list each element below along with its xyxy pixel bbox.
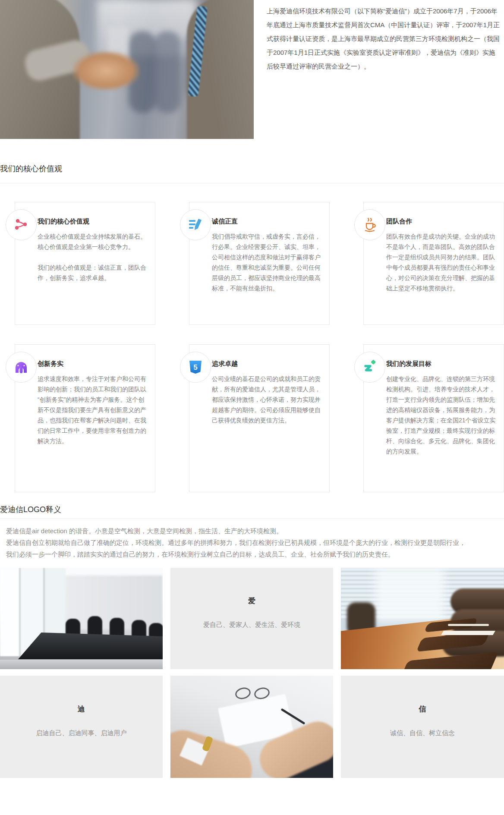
pen-list-icon: [180, 209, 211, 240]
elephant-icon: [6, 352, 37, 383]
card-integrity: 诚信正直 我们倡导戒欺守信，戒虚务实，言必信，行必果。企业经营要公开、诚实、坦率…: [189, 202, 330, 325]
logo-grid: 爱 爱自己、爱家人、爱生活、爱环境 迪 启迪自己、启迪同事、启迪用户 信 诚信、…: [0, 568, 504, 778]
card-title: 创新务实: [38, 359, 149, 368]
handshake-photo: [0, 0, 254, 139]
svg-text:5: 5: [193, 363, 197, 371]
logo-block-xin: 信 诚信、自信、树立信念: [341, 676, 504, 778]
conference-table-photo: [341, 568, 504, 669]
card-excellence: 5 追求卓越 公司业绩的基石是公司的成就和员工的贡献，所有的爱迪信人，尤其是管理…: [189, 344, 330, 492]
zigzag-tools-icon: [354, 352, 385, 383]
values-cards: 我们的核心价值观 企业核心价值观是企业持续发展的基石。核心价值观是企业第一核心竞…: [15, 202, 504, 492]
card-title: 我们的发展目标: [386, 359, 498, 368]
logo-meaning-paragraphs: 爱迪信是air detection 的谐音。小意是空气检测，大意是空间检测，指生…: [0, 519, 504, 563]
photo-decor: [441, 631, 495, 635]
card-body: 我们倡导戒欺守信，戒虚务实，言必信，行必果。企业经营要公开、诚实、坦率，公司相信…: [212, 231, 323, 293]
photo-decor: [375, 568, 444, 622]
logo-block-di: 迪 启迪自己、启迪同事、启迪用户: [0, 676, 163, 778]
card-body: 企业核心价值观是企业持续发展的基石。核心价值观是企业第一核心竞争力。: [38, 231, 149, 252]
logo-block-subtitle: 爱自己、爱家人、爱生活、爱环境: [203, 621, 300, 629]
photo-decor: [0, 660, 163, 669]
logo-block-title: 信: [419, 705, 426, 714]
company-intro-text: 上海爱迪信环境技术有限公司（以下简称“爱迪信”）成立于2006年7月，于2006…: [254, 0, 504, 139]
photo-decor: [154, 31, 181, 113]
logo-block-title: 迪: [78, 705, 85, 714]
section-title-logo-meaning: 爱迪信LOGO释义: [0, 504, 504, 515]
html5-shield-icon: 5: [180, 352, 211, 383]
card-body: 团队有效合作是成功的关键。企业的成功不是靠个人，而是靠团队。高效的团队合作一定是…: [386, 231, 498, 293]
card-title: 我们的核心价值观: [38, 217, 149, 226]
card-teamwork: 团队合作 团队有效合作是成功的关键。企业的成功不是靠个人，而是靠团队。高效的团队…: [363, 202, 504, 325]
working-hands-photo: [170, 676, 333, 778]
logo-block-subtitle: 启迪自己、启迪同事、启迪用户: [36, 729, 127, 737]
share-icon: [6, 209, 37, 240]
meeting-room-photo: [0, 568, 163, 669]
logo-block-title: 爱: [248, 597, 255, 605]
logo-meaning-line: 爱迪信是air detection 的谐音。小意是空气检测，大意是空间检测，指生…: [6, 525, 504, 537]
java-cup-icon: [354, 209, 385, 240]
card-body: 公司业绩的基石是公司的成就和员工的贡献，所有的爱迪信人，尤其是管理人员，都应该保…: [212, 374, 323, 425]
card-body: 创建专业化、品牌化、连锁的第三方环境检测机构。引进、培养专业的技术人才，打造一支…: [386, 374, 498, 456]
photo-decor: [448, 624, 489, 626]
card-title: 追求卓越: [212, 359, 323, 368]
card-innovation: 创新务实 追求速度和效率，专注于对客户和公司有影响的创新；我们的员工和我们的团队…: [15, 344, 155, 492]
card-title: 诚信正直: [212, 217, 323, 226]
divider: [0, 183, 504, 183]
card-body: 我们的核心价值观是：诚信正直，团队合作，创新务实，追求卓越。: [38, 262, 149, 283]
photo-decor: [72, 51, 140, 91]
card-body: 追求速度和效率，专注于对客户和公司有影响的创新；我们的员工和我们的团队以“创新务…: [38, 374, 149, 446]
card-title: 团队合作: [386, 217, 498, 226]
card-core-values: 我们的核心价值观 企业核心价值观是企业持续发展的基石。核心价值观是企业第一核心竞…: [15, 202, 155, 325]
photo-decor: [234, 686, 252, 701]
logo-meaning-line: 爱迪信自创立初期就给自己做了准确的定位，环境检测。通过多年的拼搏和努力，我们在检…: [6, 537, 504, 548]
logo-block-subtitle: 诚信、自信、树立信念: [390, 729, 455, 737]
section-title-core-values: 我们的核心价值观: [0, 164, 504, 174]
photo-decor: [18, 632, 163, 659]
card-development-goals: 我们的发展目标 创建专业化、品牌化、连锁的第三方环境检测机构。引进、培养专业的技…: [363, 344, 504, 492]
hero-section: 上海爱迪信环境技术有限公司（以下简称“爱迪信”）成立于2006年7月，于2006…: [0, 0, 504, 139]
logo-block-ai: 爱 爱自己、爱家人、爱生活、爱环境: [170, 568, 333, 669]
logo-meaning-line: 我们必须一步一个脚印，踏踏实实的通过自己的努力，在环境检测行业树立自己的目标，达…: [6, 548, 504, 560]
